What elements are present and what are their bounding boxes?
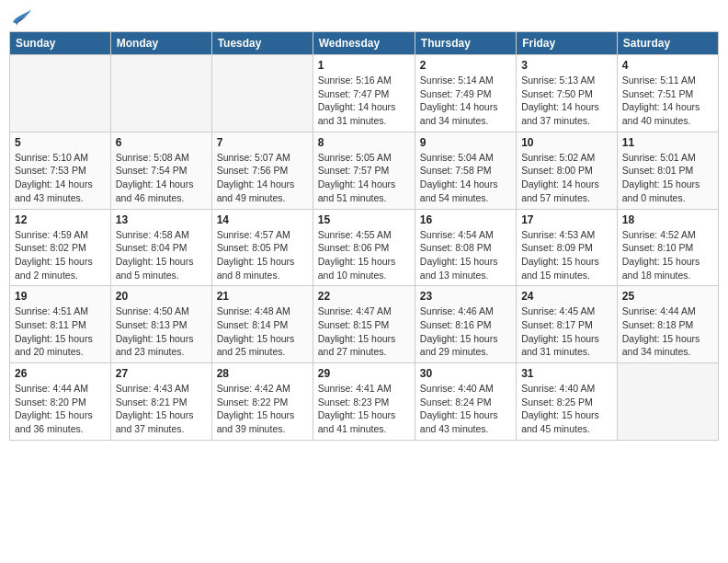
- calendar-cell: 14Sunrise: 4:57 AM Sunset: 8:05 PM Dayli…: [211, 209, 313, 286]
- day-number: 23: [420, 290, 511, 303]
- calendar-cell: [110, 55, 211, 132]
- week-row-4: 19Sunrise: 4:51 AM Sunset: 8:11 PM Dayli…: [10, 286, 719, 363]
- day-info: Sunrise: 4:40 AM Sunset: 8:25 PM Dayligh…: [521, 382, 612, 436]
- day-info: Sunrise: 5:02 AM Sunset: 8:00 PM Dayligh…: [521, 151, 612, 205]
- day-info: Sunrise: 5:08 AM Sunset: 7:54 PM Dayligh…: [116, 151, 207, 205]
- day-info: Sunrise: 5:05 AM Sunset: 7:57 PM Dayligh…: [318, 151, 410, 205]
- calendar-cell: 8Sunrise: 5:05 AM Sunset: 7:57 PM Daylig…: [313, 132, 415, 209]
- day-info: Sunrise: 4:44 AM Sunset: 8:20 PM Dayligh…: [15, 382, 106, 436]
- day-number: 28: [217, 367, 308, 380]
- day-number: 8: [318, 136, 410, 149]
- calendar-cell: 12Sunrise: 4:59 AM Sunset: 8:02 PM Dayli…: [10, 209, 111, 286]
- day-info: Sunrise: 4:42 AM Sunset: 8:22 PM Dayligh…: [217, 382, 308, 436]
- calendar-cell: 5Sunrise: 5:10 AM Sunset: 7:53 PM Daylig…: [10, 132, 111, 209]
- day-number: 1: [318, 59, 410, 72]
- calendar-cell: 20Sunrise: 4:50 AM Sunset: 8:13 PM Dayli…: [110, 286, 211, 363]
- calendar-cell: 22Sunrise: 4:47 AM Sunset: 8:15 PM Dayli…: [313, 286, 415, 363]
- calendar-cell: 27Sunrise: 4:43 AM Sunset: 8:21 PM Dayli…: [110, 363, 211, 441]
- weekday-header-sunday: Sunday: [10, 32, 111, 55]
- day-info: Sunrise: 4:52 AM Sunset: 8:10 PM Dayligh…: [622, 228, 713, 282]
- day-info: Sunrise: 4:47 AM Sunset: 8:15 PM Dayligh…: [318, 304, 410, 359]
- calendar-cell: 16Sunrise: 4:54 AM Sunset: 8:08 PM Dayli…: [415, 209, 516, 286]
- page-header: [9, 9, 719, 26]
- day-number: 13: [116, 213, 207, 226]
- day-number: 17: [521, 213, 612, 226]
- calendar-cell: 9Sunrise: 5:04 AM Sunset: 7:58 PM Daylig…: [415, 132, 516, 209]
- day-info: Sunrise: 5:04 AM Sunset: 7:58 PM Dayligh…: [420, 151, 511, 205]
- day-info: Sunrise: 4:50 AM Sunset: 8:13 PM Dayligh…: [116, 304, 207, 359]
- day-number: 15: [318, 213, 410, 226]
- day-info: Sunrise: 5:11 AM Sunset: 7:51 PM Dayligh…: [622, 74, 713, 128]
- day-number: 20: [116, 290, 207, 303]
- calendar-cell: 4Sunrise: 5:11 AM Sunset: 7:51 PM Daylig…: [617, 55, 718, 132]
- day-info: Sunrise: 5:10 AM Sunset: 7:53 PM Dayligh…: [15, 151, 106, 205]
- week-row-5: 26Sunrise: 4:44 AM Sunset: 8:20 PM Dayli…: [10, 363, 719, 441]
- calendar-cell: 13Sunrise: 4:58 AM Sunset: 8:04 PM Dayli…: [110, 209, 211, 286]
- weekday-header-saturday: Saturday: [617, 32, 718, 55]
- calendar-cell: 2Sunrise: 5:14 AM Sunset: 7:49 PM Daylig…: [415, 55, 516, 132]
- day-number: 3: [521, 59, 612, 72]
- day-number: 27: [116, 367, 207, 380]
- day-info: Sunrise: 4:48 AM Sunset: 8:14 PM Dayligh…: [217, 304, 308, 359]
- weekday-header-friday: Friday: [517, 32, 618, 55]
- day-info: Sunrise: 4:57 AM Sunset: 8:05 PM Dayligh…: [217, 228, 308, 282]
- calendar-cell: 28Sunrise: 4:42 AM Sunset: 8:22 PM Dayli…: [211, 363, 313, 441]
- day-number: 6: [116, 136, 207, 149]
- day-number: 22: [318, 290, 410, 303]
- calendar-cell: [617, 363, 718, 441]
- calendar-cell: 23Sunrise: 4:46 AM Sunset: 8:16 PM Dayli…: [415, 286, 516, 363]
- calendar-cell: 10Sunrise: 5:02 AM Sunset: 8:00 PM Dayli…: [517, 132, 618, 209]
- day-info: Sunrise: 5:13 AM Sunset: 7:50 PM Dayligh…: [521, 74, 612, 128]
- weekday-header-wednesday: Wednesday: [313, 32, 415, 55]
- calendar-cell: [211, 55, 313, 132]
- day-number: 21: [217, 290, 308, 303]
- calendar-table: SundayMondayTuesdayWednesdayThursdayFrid…: [9, 31, 719, 441]
- day-number: 2: [420, 59, 511, 72]
- day-number: 30: [420, 367, 511, 380]
- day-info: Sunrise: 4:59 AM Sunset: 8:02 PM Dayligh…: [15, 228, 106, 282]
- day-number: 9: [420, 136, 511, 149]
- day-number: 16: [420, 213, 511, 226]
- calendar-cell: 29Sunrise: 4:41 AM Sunset: 8:23 PM Dayli…: [313, 363, 415, 441]
- day-number: 29: [318, 367, 410, 380]
- day-info: Sunrise: 4:53 AM Sunset: 8:09 PM Dayligh…: [521, 228, 612, 282]
- calendar-cell: 26Sunrise: 4:44 AM Sunset: 8:20 PM Dayli…: [10, 363, 111, 441]
- day-number: 11: [622, 136, 713, 149]
- day-info: Sunrise: 5:14 AM Sunset: 7:49 PM Dayligh…: [420, 74, 511, 128]
- day-number: 14: [217, 213, 308, 226]
- calendar-cell: 17Sunrise: 4:53 AM Sunset: 8:09 PM Dayli…: [517, 209, 618, 286]
- calendar-cell: 11Sunrise: 5:01 AM Sunset: 8:01 PM Dayli…: [617, 132, 718, 209]
- calendar-cell: 25Sunrise: 4:44 AM Sunset: 8:18 PM Dayli…: [617, 286, 718, 363]
- logo-bird-icon: [11, 9, 31, 26]
- calendar-cell: 7Sunrise: 5:07 AM Sunset: 7:56 PM Daylig…: [211, 132, 313, 209]
- week-row-2: 5Sunrise: 5:10 AM Sunset: 7:53 PM Daylig…: [10, 132, 719, 209]
- calendar-cell: 31Sunrise: 4:40 AM Sunset: 8:25 PM Dayli…: [517, 363, 618, 441]
- day-number: 7: [217, 136, 308, 149]
- weekday-header-tuesday: Tuesday: [211, 32, 313, 55]
- day-number: 26: [15, 367, 106, 380]
- day-info: Sunrise: 4:54 AM Sunset: 8:08 PM Dayligh…: [420, 228, 511, 282]
- calendar-cell: 1Sunrise: 5:16 AM Sunset: 7:47 PM Daylig…: [313, 55, 415, 132]
- calendar-cell: [10, 55, 111, 132]
- logo-area: [9, 9, 31, 26]
- day-info: Sunrise: 4:45 AM Sunset: 8:17 PM Dayligh…: [521, 304, 612, 359]
- day-info: Sunrise: 4:40 AM Sunset: 8:24 PM Dayligh…: [420, 382, 511, 436]
- day-info: Sunrise: 4:58 AM Sunset: 8:04 PM Dayligh…: [116, 228, 207, 282]
- day-info: Sunrise: 4:44 AM Sunset: 8:18 PM Dayligh…: [622, 304, 713, 359]
- calendar-cell: 3Sunrise: 5:13 AM Sunset: 7:50 PM Daylig…: [517, 55, 618, 132]
- day-number: 25: [622, 290, 713, 303]
- day-info: Sunrise: 4:43 AM Sunset: 8:21 PM Dayligh…: [116, 382, 207, 436]
- day-number: 10: [521, 136, 612, 149]
- day-number: 5: [15, 136, 106, 149]
- week-row-3: 12Sunrise: 4:59 AM Sunset: 8:02 PM Dayli…: [10, 209, 719, 286]
- day-info: Sunrise: 5:16 AM Sunset: 7:47 PM Dayligh…: [318, 74, 410, 128]
- day-number: 4: [622, 59, 713, 72]
- day-number: 24: [521, 290, 612, 303]
- calendar-cell: 21Sunrise: 4:48 AM Sunset: 8:14 PM Dayli…: [211, 286, 313, 363]
- calendar-cell: 18Sunrise: 4:52 AM Sunset: 8:10 PM Dayli…: [617, 209, 718, 286]
- calendar-cell: 6Sunrise: 5:08 AM Sunset: 7:54 PM Daylig…: [110, 132, 211, 209]
- weekday-header-row: SundayMondayTuesdayWednesdayThursdayFrid…: [10, 32, 719, 55]
- week-row-1: 1Sunrise: 5:16 AM Sunset: 7:47 PM Daylig…: [10, 55, 719, 132]
- day-number: 19: [15, 290, 106, 303]
- logo: [9, 9, 31, 26]
